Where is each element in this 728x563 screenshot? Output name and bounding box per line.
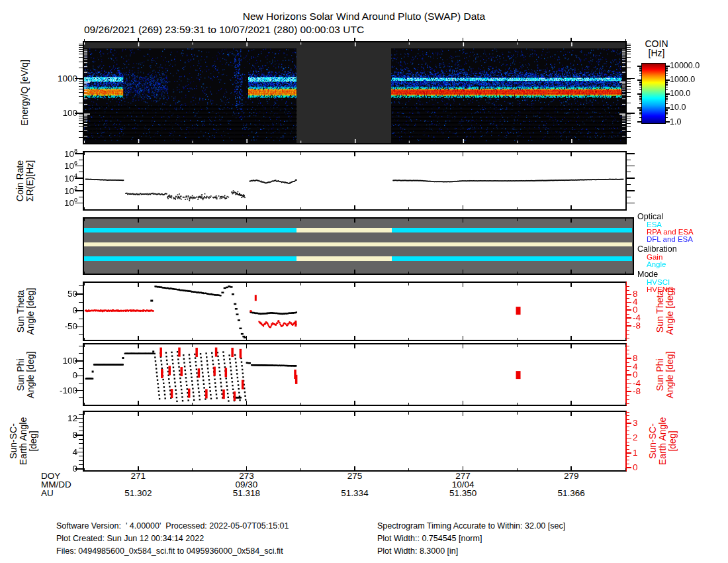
axis-tick (79, 81, 83, 82)
axis-tick (300, 219, 301, 221)
axis-tick (79, 89, 83, 89)
axis-tick (666, 83, 668, 83)
axis-tick (517, 39, 518, 41)
axis-tick (463, 283, 464, 287)
axis-tick (192, 219, 193, 221)
sun_phi-right-tick-label: -8 (633, 386, 650, 396)
axis-tick (639, 99, 641, 100)
axis-tick (627, 412, 629, 413)
axis-tick (627, 460, 629, 460)
axis-tick (627, 334, 629, 334)
axis-tick (354, 219, 355, 223)
axis-tick (79, 431, 83, 431)
axis-tick (666, 98, 668, 99)
axis-tick (354, 344, 355, 348)
plot-title: New Horizons Solar Wind Around Pluto (SW… (0, 11, 728, 23)
colorbar-tick-label: 100.0 (670, 89, 690, 98)
axis-tick (79, 346, 83, 346)
axis-tick (354, 336, 355, 340)
axis-tick (354, 38, 355, 41)
axis-tick (354, 152, 355, 156)
sun_theta-tick-label: -50 (36, 321, 77, 331)
axis-tick (627, 92, 631, 93)
axis-tick (192, 207, 193, 210)
axis-tick (79, 172, 83, 172)
axis-tick (639, 110, 641, 111)
axis-tick (627, 399, 629, 400)
axis-tick (666, 87, 668, 87)
axis-tick (666, 96, 668, 97)
axis-tick (627, 309, 631, 311)
legend-group-optical: Optical (637, 212, 663, 221)
axis-tick (627, 362, 629, 363)
axis-tick (192, 152, 193, 155)
axis-tick (627, 184, 631, 185)
panel-spectrogram (83, 41, 627, 144)
axis-tick (463, 466, 464, 470)
axis-tick (517, 152, 518, 155)
axis-tick (627, 387, 629, 387)
sun_theta-right-tick-label: -8 (633, 321, 650, 331)
axis-tick (79, 49, 83, 50)
x-doy-label: 279 (551, 471, 591, 481)
axis-tick (627, 115, 631, 115)
axis-tick (79, 123, 83, 124)
axis-tick (517, 344, 518, 347)
axis-tick (627, 190, 635, 191)
axis-tick (79, 137, 83, 138)
axis-tick (79, 184, 83, 185)
axis-tick (79, 62, 83, 62)
axis-tick (463, 401, 464, 405)
axis-tick (666, 85, 668, 86)
axis-tick (627, 442, 629, 442)
axis-tick (666, 84, 668, 85)
coin-tick-label: 104 (36, 172, 77, 183)
axis-tick (79, 353, 83, 354)
coin-rate-canvas (84, 152, 625, 209)
axis-tick (192, 272, 193, 274)
axis-tick (666, 109, 668, 110)
axis-tick (666, 82, 668, 83)
sun-sc-earth-right-axis-label: Sun-SC-Earth Angle[deg] (648, 417, 678, 465)
axis-tick (246, 412, 248, 416)
panel-status-bars (83, 217, 634, 275)
sun-sc-earth-canvas (84, 412, 625, 470)
axis-tick (246, 205, 248, 209)
axis-tick (79, 47, 83, 48)
axis-tick (627, 423, 631, 424)
colorbar-tick-label: 1.0 (670, 117, 681, 127)
axis-tick (639, 84, 641, 85)
axis-tick (639, 73, 641, 74)
axis-tick (639, 98, 641, 99)
axis-tick (463, 270, 464, 274)
status-stripe-row1 (84, 242, 632, 246)
axis-tick (639, 95, 641, 95)
axis-tick (463, 336, 464, 340)
axis-tick (84, 152, 85, 155)
axis-tick (408, 207, 409, 210)
axis-tick (639, 67, 641, 68)
axis-tick (627, 427, 629, 427)
axis-tick (408, 272, 409, 274)
sun_theta-tick-label: 0 (36, 305, 77, 315)
axis-tick (192, 39, 193, 41)
panel-sun-theta (83, 282, 627, 341)
axis-tick (79, 131, 83, 132)
status-stripe-row0 (296, 228, 391, 232)
axis-tick (84, 403, 85, 405)
axis-tick (79, 160, 83, 160)
axis-tick (627, 403, 629, 404)
axis-tick (666, 94, 668, 95)
axis-tick (79, 422, 83, 423)
colorbar-tick-label: 1000.0 (670, 75, 695, 84)
axis-tick (627, 79, 631, 80)
axis-tick (666, 68, 668, 69)
axis-tick (570, 270, 572, 274)
axis-tick (627, 57, 631, 58)
axis-tick (627, 47, 631, 48)
au-header: AU (41, 488, 54, 498)
axis-tick (138, 38, 139, 41)
panel-coin-rate (83, 151, 627, 211)
status-stripe-row0 (84, 228, 296, 232)
axis-tick (354, 412, 355, 416)
